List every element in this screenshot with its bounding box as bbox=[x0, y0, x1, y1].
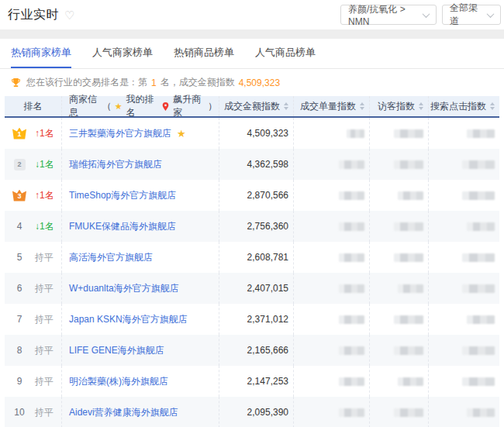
amount-index-value: 2,870,566 bbox=[219, 180, 293, 211]
my-rank-star-icon: ★ bbox=[177, 129, 186, 139]
search-clicks-header-label: 搜索点击指数 bbox=[430, 100, 486, 113]
legend-my-rank-label: 我的排名 bbox=[126, 93, 158, 119]
tab-popular-product-ranking[interactable]: 人气商品榜单 bbox=[255, 46, 316, 68]
masked-value bbox=[339, 222, 364, 231]
store-link[interactable]: 明治製藥(株)海外旗舰店 bbox=[69, 375, 168, 388]
amount-index-value: 2,756,360 bbox=[219, 211, 293, 242]
sort-icon bbox=[360, 102, 364, 110]
masked-value bbox=[467, 315, 495, 324]
store-link[interactable]: 高活海外官方旗舰店 bbox=[69, 251, 153, 264]
table-row: 9持平 明治製藥(株)海外旗舰店 2,147,253 bbox=[5, 366, 499, 397]
legend-paren-close: ） bbox=[208, 100, 217, 113]
tab-hot-merchant-ranking[interactable]: 热销商家榜单 bbox=[11, 46, 71, 68]
masked-value bbox=[339, 160, 364, 169]
table-body: 1↑1名 三井製藥海外官方旗舰店★ 4,509,323 2↓1名 瑞维拓海外官方… bbox=[5, 118, 499, 427]
column-header-search-click-index[interactable]: 搜索点击指数 bbox=[428, 96, 499, 116]
column-header-order-index[interactable]: 成交单量指数 bbox=[293, 96, 369, 116]
store-link[interactable]: LIFE GENE海外旗舰店 bbox=[69, 344, 164, 357]
masked-value bbox=[462, 346, 495, 355]
table-header-row: 排名 商家信息 （ ★ 我的排名 飙升商家 ） 成交金额指数 成交单量指数 bbox=[5, 96, 499, 118]
store-link[interactable]: FMUKE保健品海外旗舰店 bbox=[69, 220, 176, 233]
my-rank-notice: 您在该行业的交易排名是：第 1 名，成交金额指数 4,509,323 bbox=[0, 69, 504, 96]
amount-index-value: 2,147,253 bbox=[219, 366, 293, 397]
amount-index-value: 2,371,012 bbox=[219, 304, 293, 335]
table-row: 5持平 高活海外官方旗舰店 2,608,781 bbox=[5, 242, 499, 273]
masked-value bbox=[467, 408, 495, 417]
tab-popular-merchant-ranking[interactable]: 人气商家榜单 bbox=[92, 46, 153, 68]
orders-header-label: 成交单量指数 bbox=[300, 100, 356, 113]
category-select[interactable]: 养颜/抗氧化 > NMN bbox=[340, 5, 437, 25]
masked-value bbox=[398, 284, 423, 293]
column-header-visitor-index[interactable]: 访客指数 bbox=[369, 96, 428, 116]
notice-rank-value: 1 bbox=[151, 77, 157, 88]
masked-value bbox=[394, 346, 423, 355]
sort-icon bbox=[490, 102, 495, 110]
table-row: 4↓1名 FMUKE保健品海外旗舰店 2,756,360 bbox=[5, 211, 499, 242]
store-link[interactable]: Japan KSKN海外官方旗舰店 bbox=[69, 313, 188, 326]
merchant-ranking-table: 排名 商家信息 （ ★ 我的排名 飙升商家 ） 成交金额指数 成交单量指数 bbox=[5, 96, 499, 427]
masked-value bbox=[462, 284, 495, 293]
sort-icon bbox=[419, 102, 423, 110]
masked-value bbox=[462, 253, 495, 262]
favorite-heart-icon[interactable]: ♡ bbox=[64, 9, 74, 21]
table-row: 7持平 Japan KSKN海外官方旗舰店 2,371,012 bbox=[5, 304, 499, 335]
masked-value bbox=[394, 222, 423, 231]
amount-index-value: 2,608,781 bbox=[219, 242, 293, 273]
store-link[interactable]: W+duanlta海外官方旗舰店 bbox=[69, 282, 179, 295]
masked-value bbox=[339, 284, 364, 293]
rank-badge-bronze-crown: 3 bbox=[12, 190, 26, 201]
amount-index-value: 2,407,015 bbox=[219, 273, 293, 304]
amount-index-value: 2,165,666 bbox=[219, 335, 293, 366]
rank-number: 4 bbox=[17, 221, 22, 232]
table-row: 10持平 Aidevi营养健康海外旗舰店 2,095,390 bbox=[5, 397, 499, 427]
ranking-tabs: 热销商家榜单 人气商家榜单 热销商品榜单 人气商品榜单 bbox=[0, 39, 504, 69]
masked-value bbox=[339, 191, 364, 200]
rank-badge-gold-crown: 1 bbox=[12, 128, 26, 139]
rank-number: 7 bbox=[17, 314, 22, 325]
chevron-down-icon bbox=[423, 10, 430, 18]
masked-value bbox=[394, 253, 423, 262]
page-header: 行业实时 ♡ 养颜/抗氧化 > NMN 全部渠道 bbox=[0, 0, 504, 29]
column-header-merchant: 商家信息 （ ★ 我的排名 飙升商家 ） bbox=[61, 96, 219, 116]
industry-realtime-page: 行业实时 ♡ 养颜/抗氧化 > NMN 全部渠道 热销商家榜单 人气商家榜单 热… bbox=[0, 0, 504, 427]
category-select-value: 养颜/抗氧化 > NMN bbox=[348, 3, 419, 27]
store-link[interactable]: TimeShop海外官方旗舰店 bbox=[69, 189, 176, 202]
masked-value bbox=[398, 191, 423, 200]
visitors-header-label: 访客指数 bbox=[378, 100, 415, 113]
store-link[interactable]: Aidevi营养健康海外旗舰店 bbox=[69, 406, 178, 419]
my-rank-star-icon: ★ bbox=[115, 102, 123, 112]
column-header-rank: 排名 bbox=[5, 96, 61, 116]
masked-value bbox=[347, 129, 364, 138]
sort-icon bbox=[284, 102, 288, 110]
masked-value bbox=[394, 160, 423, 169]
notice-amount-index: 4,509,323 bbox=[239, 77, 280, 88]
rank-number: 10 bbox=[14, 407, 24, 418]
masked-value bbox=[462, 377, 495, 386]
masked-value bbox=[339, 315, 364, 324]
chevron-down-icon bbox=[487, 10, 495, 18]
store-link[interactable]: 瑞维拓海外官方旗舰店 bbox=[69, 158, 162, 171]
store-link[interactable]: 三井製藥海外官方旗舰店 bbox=[69, 127, 171, 140]
merchant-header-label: 商家信息 bbox=[69, 93, 101, 119]
masked-value bbox=[394, 315, 423, 324]
masked-value bbox=[339, 253, 364, 262]
channel-select[interactable]: 全部渠道 bbox=[442, 5, 501, 25]
masked-value bbox=[462, 160, 495, 169]
soaring-merchant-pin-icon bbox=[162, 102, 169, 111]
channel-select-value: 全部渠道 bbox=[450, 2, 483, 28]
notice-text-before: 您在该行业的交易排名是：第 bbox=[26, 76, 147, 89]
rank-badge-silver: 2 bbox=[14, 159, 26, 170]
page-title: 行业实时 bbox=[8, 7, 59, 23]
masked-value bbox=[398, 377, 423, 386]
amount-index-value: 4,509,323 bbox=[219, 118, 293, 149]
tab-hot-product-ranking[interactable]: 热销商品榜单 bbox=[174, 46, 234, 68]
rank-number: 6 bbox=[17, 283, 22, 294]
rank-number: 5 bbox=[17, 252, 22, 263]
notice-text-after: 名，成交金额指数 bbox=[161, 76, 235, 89]
table-row: 8持平 LIFE GENE海外旗舰店 2,165,666 bbox=[5, 335, 499, 366]
legend-soaring-label: 飙升商家 bbox=[173, 93, 205, 119]
trophy-icon bbox=[11, 77, 21, 88]
column-header-amount-index[interactable]: 成交金额指数 bbox=[219, 96, 293, 116]
table-row: 3↑1名 TimeShop海外官方旗舰店 2,870,566 bbox=[5, 180, 499, 211]
amount-index-value: 4,362,598 bbox=[219, 149, 293, 180]
